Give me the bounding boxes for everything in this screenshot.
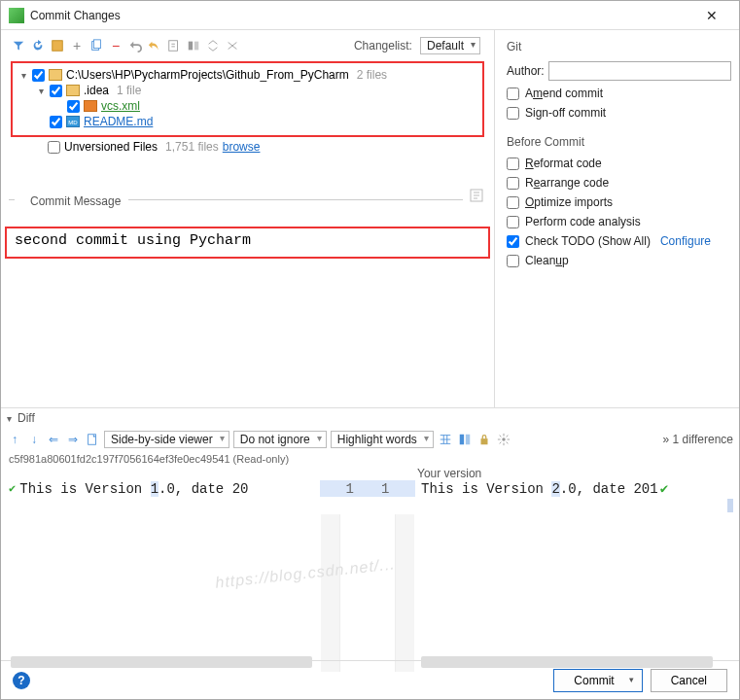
before-commit-title: Before Commit xyxy=(507,135,731,149)
commit-message-header: Commit Message xyxy=(5,193,490,209)
root-path: C:\Users\HP\PycharmProjects\Github_From_… xyxy=(66,68,349,82)
changes-tree: ▾ C:\Users\HP\PycharmProjects\Github_Fro… xyxy=(11,61,484,137)
readme-file[interactable]: README.md xyxy=(84,115,153,128)
lock-icon[interactable] xyxy=(476,432,492,447)
diff-gutter: 11 xyxy=(320,480,415,497)
jump-icon[interactable] xyxy=(85,432,100,447)
changelist-select[interactable]: Default xyxy=(420,37,480,54)
todo-label: Check TODO (Show All) xyxy=(525,234,651,248)
close-icon[interactable]: ✕ xyxy=(692,2,731,29)
unversioned-row: Unversioned Files 1,751 files browse xyxy=(11,139,484,155)
svg-rect-4 xyxy=(189,42,193,51)
diff-code-row: ✔This is Version 1.0, date 20 11 This is… xyxy=(1,480,739,497)
next-diff-icon[interactable]: ↓ xyxy=(26,432,42,447)
expand-icon[interactable] xyxy=(205,38,221,53)
refresh-icon[interactable] xyxy=(30,38,46,53)
unversioned-checkbox[interactable] xyxy=(48,141,60,154)
diff-right-line: This is Version 2.0, date 201✔ xyxy=(415,480,739,497)
help-icon[interactable]: ? xyxy=(13,672,30,689)
diff-icon[interactable] xyxy=(166,38,182,53)
changelist-icon[interactable] xyxy=(50,38,65,53)
prev-file-icon[interactable]: ⇐ xyxy=(46,432,61,447)
idea-checkbox[interactable] xyxy=(50,85,62,97)
commit-message-box xyxy=(5,227,490,259)
diff-count: » 1 difference xyxy=(662,433,733,446)
caret-icon[interactable]: ▾ xyxy=(18,70,28,81)
md-file-icon: MD xyxy=(66,116,80,127)
diff-section: ▾ Diff ↑ ↓ ⇐ ⇒ Side-by-side viewer Do no… xyxy=(1,407,739,672)
diff-left-line: ✔This is Version 1.0, date 20 xyxy=(1,480,320,497)
window-title: Commit Changes xyxy=(30,9,692,22)
revert-icon[interactable] xyxy=(127,38,143,53)
root-checkbox[interactable] xyxy=(32,69,45,82)
svg-rect-2 xyxy=(93,40,100,49)
cleanup-checkbox[interactable] xyxy=(507,255,519,267)
svg-point-11 xyxy=(502,438,506,441)
svg-rect-5 xyxy=(194,42,198,51)
prev-diff-icon[interactable]: ↑ xyxy=(7,432,22,447)
viewer-select[interactable]: Side-by-side viewer xyxy=(104,431,229,448)
commit-message-input[interactable] xyxy=(7,228,488,254)
browse-link[interactable]: browse xyxy=(223,140,261,154)
footer: ? Commit Cancel xyxy=(1,660,739,699)
signoff-label: Sign-off commit xyxy=(525,106,606,120)
titlebar: Commit Changes ✕ xyxy=(1,1,739,30)
collapse-unchanged-icon[interactable] xyxy=(438,432,453,447)
git-section-title: Git xyxy=(507,40,731,53)
reformat-checkbox[interactable] xyxy=(507,158,519,170)
vcs-file[interactable]: vcs.xml xyxy=(101,99,140,113)
analyze-label: Perform code analysis xyxy=(525,215,641,228)
add-icon[interactable]: + xyxy=(69,38,85,53)
undo-icon[interactable] xyxy=(147,38,162,53)
cancel-button[interactable]: Cancel xyxy=(651,669,727,692)
diff-caret-icon[interactable]: ▾ xyxy=(7,413,12,424)
vcs-checkbox[interactable] xyxy=(67,100,80,113)
folder-icon xyxy=(49,69,62,81)
optimize-checkbox[interactable] xyxy=(507,196,519,209)
amend-checkbox[interactable] xyxy=(507,88,519,100)
filter-icon[interactable] xyxy=(11,38,26,53)
sync-scroll-icon[interactable] xyxy=(457,432,473,447)
svg-rect-8 xyxy=(460,435,464,445)
history-icon[interactable] xyxy=(469,188,484,203)
todo-checkbox[interactable] xyxy=(507,235,519,248)
rearrange-checkbox[interactable] xyxy=(507,177,519,190)
author-input[interactable] xyxy=(548,61,731,81)
folder-icon xyxy=(66,85,80,96)
your-version-label: Your version xyxy=(417,467,731,480)
hash-label: c5f981a80601fd2c197f7056164ef3fe0ec49541… xyxy=(1,451,739,467)
ignore-select[interactable]: Do not ignore xyxy=(233,431,327,448)
root-suffix: 2 files xyxy=(357,68,387,82)
svg-rect-10 xyxy=(480,438,487,444)
reformat-label: Reformat code xyxy=(525,157,602,170)
optimize-label: Optimize imports xyxy=(525,195,613,209)
rearrange-label: Rearrange code xyxy=(525,176,609,190)
copy-icon[interactable] xyxy=(88,38,104,53)
idea-name: .idea xyxy=(84,84,109,97)
configure-link[interactable]: Configure xyxy=(660,234,711,248)
commit-message-label: Commit Message xyxy=(26,194,124,208)
readme-checkbox[interactable] xyxy=(50,116,62,128)
changelist-label: Changelist: xyxy=(354,39,412,52)
settings-icon[interactable] xyxy=(496,432,511,447)
cleanup-label: Cleanup xyxy=(525,254,569,267)
remove-icon[interactable]: − xyxy=(108,38,123,53)
check-icon: ✔ xyxy=(9,481,16,496)
svg-rect-3 xyxy=(169,41,178,52)
diff-toolbar: ↑ ↓ ⇐ ⇒ Side-by-side viewer Do not ignor… xyxy=(1,428,739,451)
signoff-checkbox[interactable] xyxy=(507,107,519,120)
svg-rect-0 xyxy=(53,41,63,52)
left-pane: + − Changelist: Default ▾ C:\Users\HP\Py… xyxy=(1,30,494,407)
group-icon[interactable] xyxy=(186,38,201,53)
collapse-icon[interactable] xyxy=(225,38,240,53)
highlight-select[interactable]: Highlight words xyxy=(331,431,434,448)
idea-suffix: 1 file xyxy=(117,84,141,97)
right-pane: Git Author: Amend commit Sign-off commit… xyxy=(494,30,739,407)
file-toolbar: + − Changelist: Default xyxy=(5,34,490,57)
unversioned-suffix: 1,751 files xyxy=(165,140,219,154)
caret-icon[interactable]: ▾ xyxy=(36,86,46,96)
app-icon xyxy=(9,8,24,23)
next-file-icon[interactable]: ⇒ xyxy=(65,432,81,447)
analyze-checkbox[interactable] xyxy=(507,216,519,228)
commit-button[interactable]: Commit xyxy=(553,669,642,692)
